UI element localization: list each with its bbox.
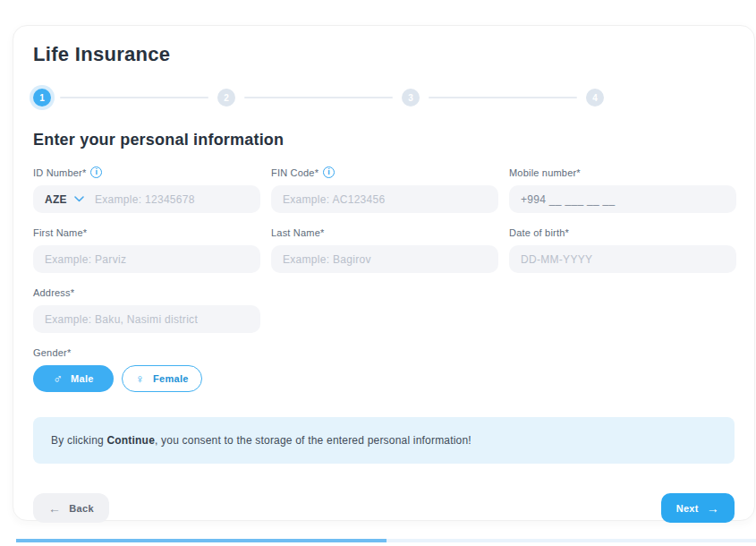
field-id-number: ID Number* i AZE — [33, 166, 260, 213]
arrow-left-icon: ← — [48, 501, 61, 516]
last-name-input[interactable] — [283, 253, 487, 266]
next-button-label: Next — [676, 503, 699, 514]
fin-code-input[interactable] — [283, 193, 487, 206]
field-gender: Gender* ♂ Male ♀ Female — [33, 346, 735, 392]
fin-code-input-box — [271, 185, 498, 213]
chevron-down-icon[interactable] — [74, 196, 84, 202]
last-name-input-box — [271, 245, 498, 273]
mobile-number-label: Mobile number* — [509, 166, 736, 178]
address-label-text: Address* — [33, 287, 74, 298]
form-actions: ← Back Next → — [33, 493, 735, 523]
next-button[interactable]: Next → — [661, 493, 735, 523]
consent-notice: By clicking Continue, you consent to the… — [33, 417, 735, 464]
consent-text-prefix: By clicking — [51, 434, 106, 447]
section-heading: Enter your personal information — [33, 131, 735, 149]
gender-label: Gender* — [33, 346, 735, 358]
step-3[interactable]: 3 — [402, 89, 420, 107]
back-button-label: Back — [69, 503, 94, 514]
first-name-input[interactable] — [45, 253, 249, 266]
address-label: Address* — [33, 286, 260, 298]
date-of-birth-label-text: Date of birth* — [509, 227, 569, 238]
field-first-name: First Name* — [33, 226, 260, 273]
first-name-label: First Name* — [33, 226, 260, 238]
id-number-label-text: ID Number* — [33, 167, 86, 178]
fin-code-label-text: FIN Code* — [271, 167, 319, 178]
back-button[interactable]: ← Back — [33, 493, 109, 523]
step-2[interactable]: 2 — [217, 89, 235, 107]
field-fin-code: FIN Code* i — [271, 166, 498, 213]
arrow-right-icon: → — [707, 501, 719, 516]
info-icon[interactable]: i — [90, 166, 102, 178]
mobile-number-label-text: Mobile number* — [509, 167, 581, 178]
fin-code-label: FIN Code* i — [271, 166, 498, 178]
id-number-input[interactable] — [95, 193, 249, 206]
info-icon[interactable]: i — [323, 166, 335, 178]
gender-male-label: Male — [71, 373, 94, 384]
field-date-of-birth: Date of birth* — [509, 226, 736, 273]
consent-text-bold: Continue — [106, 434, 155, 447]
field-address: Address* — [33, 286, 260, 333]
date-of-birth-input[interactable] — [521, 253, 725, 266]
field-mobile-number: Mobile number* — [509, 166, 736, 213]
id-number-input-box: AZE — [33, 185, 260, 213]
date-of-birth-label: Date of birth* — [509, 226, 736, 238]
life-insurance-card: Life Insurance 1 2 3 4 Enter your person… — [13, 25, 755, 521]
id-number-label: ID Number* i — [33, 166, 260, 178]
mobile-number-input-box — [509, 185, 736, 213]
gender-label-text: Gender* — [33, 347, 71, 358]
page-progress-track — [16, 539, 756, 542]
last-name-label: Last Name* — [271, 226, 498, 238]
first-name-label-text: First Name* — [33, 227, 87, 238]
step-connector — [244, 97, 393, 98]
page-title: Life Insurance — [33, 43, 735, 66]
step-4[interactable]: 4 — [586, 89, 604, 107]
gender-female-button[interactable]: ♀ Female — [122, 365, 202, 392]
field-last-name: Last Name* — [271, 226, 498, 273]
gender-buttons: ♂ Male ♀ Female — [33, 365, 735, 392]
step-connector — [429, 97, 577, 98]
consent-text-suffix: , you consent to the storage of the ente… — [155, 434, 471, 447]
first-name-input-box — [33, 245, 260, 273]
date-of-birth-input-box — [509, 245, 736, 273]
page-progress-fill — [16, 539, 386, 542]
step-1[interactable]: 1 — [33, 89, 51, 107]
step-connector — [60, 97, 208, 98]
stepper: 1 2 3 4 — [33, 89, 604, 107]
personal-info-form: ID Number* i AZE FIN Code* i Mobile — [33, 166, 735, 333]
address-input-box — [33, 305, 260, 333]
last-name-label-text: Last Name* — [271, 227, 324, 238]
gender-male-button[interactable]: ♂ Male — [33, 365, 114, 392]
country-code-select[interactable]: AZE — [45, 193, 67, 206]
mobile-number-input[interactable] — [521, 193, 725, 206]
gender-female-label: Female — [153, 373, 189, 384]
address-input[interactable] — [45, 313, 249, 326]
female-icon: ♀ — [135, 372, 145, 385]
male-icon: ♂ — [53, 372, 63, 385]
